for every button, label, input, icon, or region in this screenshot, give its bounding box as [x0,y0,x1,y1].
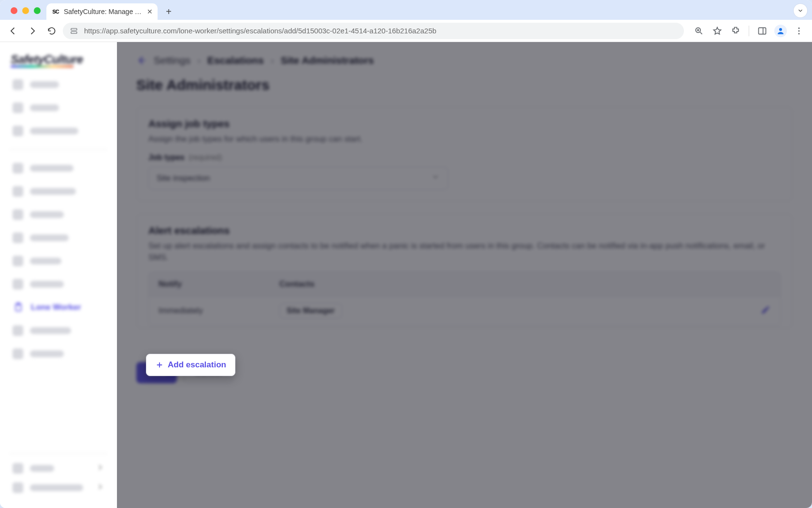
breadcrumb: Settings › Escalations › Site Administra… [136,55,793,66]
job-types-label: Job types (required) [148,153,781,162]
sidebar-item-placeholder[interactable] [8,182,109,201]
side-panel-button[interactable] [754,23,770,39]
table-header: Notify Contacts [149,272,780,296]
sidebar-item-placeholder[interactable] [8,159,109,178]
brand-logo: SafetyCulture [8,53,109,66]
nav-back-button[interactable] [5,23,21,39]
sidebar-item-label: Lone Worker [31,303,81,312]
page-title: Site Administrators [136,77,793,93]
sidebar-item-placeholder[interactable] [8,75,109,94]
window-traffic-lights [5,7,46,20]
site-info-icon[interactable] [69,26,79,36]
chevron-right-icon [96,464,104,473]
zoom-indicator-icon[interactable] [691,23,707,39]
field-required-text: (required) [188,153,222,161]
sidebar-item-expandable[interactable] [8,478,109,497]
breadcrumb-back-button[interactable] [136,55,147,66]
browser-tab-active[interactable]: SC SafetyCulture: Manage Teams and... ✕ [46,3,158,20]
alert-escalations-card: Alert escalations Set up alert escalatio… [136,214,793,328]
chevron-down-icon [431,173,440,184]
sidebar-item-placeholder[interactable] [8,228,109,247]
tab-close-icon[interactable]: ✕ [147,8,153,15]
add-escalation-button[interactable]: Add escalation [146,354,235,376]
tab-title: SafetyCulture: Manage Teams and... [64,8,143,15]
col-contacts: Contacts [279,279,741,289]
url-text: https://app.safetyculture.com/lone-worke… [84,27,678,35]
nav-forward-button[interactable] [24,23,41,39]
sidebar-divider [10,453,107,454]
svg-point-5 [798,27,800,29]
assign-job-types-card: Assign job types Assign the job types fo… [136,107,793,201]
main-content: Settings › Escalations › Site Administra… [117,42,812,508]
sidebar-item-placeholder[interactable] [8,205,109,224]
breadcrumb-escalations[interactable]: Escalations [207,55,264,66]
browser-address-bar: https://app.safetyculture.com/lone-worke… [0,20,812,42]
add-escalation-label: Add escalation [168,360,226,370]
sidebar-item-placeholder[interactable] [8,251,109,271]
new-tab-button[interactable]: + [161,4,176,19]
reload-icon [47,26,57,36]
sidebar-item-placeholder[interactable] [8,275,109,294]
card-heading: Assign job types [148,118,781,130]
extensions-button[interactable] [727,23,744,39]
edit-row-button[interactable] [761,305,770,317]
window-minimize-button[interactable] [22,7,29,14]
sidebar-item-placeholder[interactable] [8,98,109,117]
col-notify: Notify [159,279,279,289]
chevron-down-icon [797,7,804,14]
browser-menu-button[interactable] [791,23,807,39]
chevron-right-icon: › [271,55,274,66]
arrow-left-icon [8,26,18,36]
sidebar-item-expandable[interactable] [8,459,109,478]
cell-notify: Immediately [159,306,279,316]
person-icon [776,27,785,35]
svg-rect-1 [71,31,77,33]
profile-button[interactable] [772,23,789,39]
contact-chip[interactable]: Site Manager [279,303,342,319]
sidebar-divider [10,149,107,150]
window-close-button[interactable] [11,7,17,14]
job-types-select[interactable]: Site inspection [148,167,448,190]
nav-reload-button[interactable] [44,23,60,39]
sidebar-item-lone-worker[interactable]: Lone Worker [8,298,109,317]
window-zoom-button[interactable] [34,7,41,14]
select-value: Site inspection [157,174,210,183]
clipboard-icon [13,302,24,313]
table-row: Immediately Site Manager [149,296,780,325]
tabs-dropdown-button[interactable] [794,4,807,17]
chevron-right-icon: › [197,55,201,66]
field-label-text: Job types [148,153,185,161]
tab-favicon-icon: SC [51,7,60,16]
browser-tab-strip: SC SafetyCulture: Manage Teams and... ✕ … [0,0,812,20]
sidebar-item-placeholder[interactable] [8,121,109,141]
svg-rect-3 [759,28,766,34]
sidebar-item-placeholder[interactable] [8,344,109,363]
breadcrumb-settings[interactable]: Settings [154,55,190,66]
svg-point-4 [779,28,782,31]
svg-point-7 [798,33,800,34]
bookmark-button[interactable] [709,23,725,39]
escalations-table: Notify Contacts Immediately Site Manager [148,272,781,326]
sidebar-item-placeholder[interactable] [8,321,109,340]
breadcrumb-current: Site Administrators [281,55,374,66]
card-heading: Alert escalations [148,225,781,236]
svg-point-6 [798,30,800,31]
pencil-icon [761,305,770,315]
url-input[interactable]: https://app.safetyculture.com/lone-worke… [63,23,684,39]
app-sidebar: SafetyCulture Lone Worker [0,42,117,508]
card-description: Set up alert escalations and assign cont… [148,240,781,264]
card-description: Assign the job types for which users in … [148,133,781,145]
plus-icon [155,361,164,369]
arrow-left-icon [136,55,147,66]
toolbar-separator [749,26,749,36]
svg-rect-0 [71,28,77,30]
chevron-right-icon [96,483,104,493]
arrow-right-icon [28,26,37,36]
